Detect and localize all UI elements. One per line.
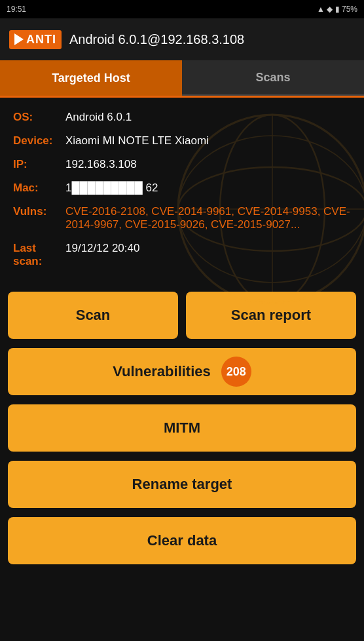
os-label: OS: (13, 111, 65, 124)
buttons-area: Scan Scan report Vulnerabilities 208 MIT… (0, 285, 364, 580)
header-title: Android 6.0.1@192.168.3.108 (69, 32, 244, 47)
status-bar: 19:51 ▲ ◆ ▮ 75% (0, 0, 364, 18)
os-value: Android 6.0.1 (65, 111, 132, 124)
os-row: OS: Android 6.0.1 (13, 111, 351, 124)
vulns-value: CVE-2016-2108, CVE-2014-9961, CVE-2014-9… (65, 205, 351, 231)
mitm-button[interactable]: MITM (8, 404, 356, 452)
vulns-row: Vulns: CVE-2016-2108, CVE-2014-9961, CVE… (13, 205, 351, 231)
tab-scans[interactable]: Scans (182, 60, 364, 96)
device-value: Xiaomi MI NOTE LTE Xiaomi (65, 134, 209, 147)
mac-label: Mac: (13, 182, 65, 195)
clear-data-button[interactable]: Clear data (8, 517, 356, 564)
vulns-label: Vulns: (13, 205, 65, 231)
vulnerabilities-button[interactable]: Vulnerabilities 208 (8, 348, 356, 395)
ip-row: IP: 192.168.3.108 (13, 158, 351, 171)
tab-targeted-host[interactable]: Targeted Host (0, 60, 182, 96)
scan-report-button[interactable]: Scan report (186, 292, 356, 339)
app-logo: ANTI (9, 30, 62, 49)
device-label: Device: (13, 134, 65, 147)
vuln-count-badge: 208 (221, 357, 251, 387)
status-time: 19:51 (7, 5, 26, 14)
rename-target-button[interactable]: Rename target (8, 461, 356, 508)
logo-triangle-icon (14, 33, 24, 45)
status-icons: ▲ ◆ ▮ 75% (317, 5, 357, 14)
scan-buttons-row: Scan Scan report (8, 292, 356, 339)
last-scan-label: Last scan: (13, 242, 65, 268)
ip-label: IP: (13, 158, 65, 171)
app-header: ANTI Android 6.0.1@192.168.3.108 (0, 18, 364, 60)
last-scan-value: 19/12/12 20:40 (65, 242, 139, 268)
content-area: OS: Android 6.0.1 Device: Xiaomi MI NOTE… (0, 98, 364, 285)
mac-value: 1█████████ 62 (65, 182, 158, 195)
device-row: Device: Xiaomi MI NOTE LTE Xiaomi (13, 134, 351, 147)
tab-bar: Targeted Host Scans (0, 60, 364, 96)
scan-button[interactable]: Scan (8, 292, 178, 339)
logo-text: ANTI (26, 33, 56, 47)
mac-row: Mac: 1█████████ 62 (13, 182, 351, 195)
ip-value: 192.168.3.108 (65, 158, 137, 171)
last-scan-row: Last scan: 19/12/12 20:40 (13, 242, 351, 268)
